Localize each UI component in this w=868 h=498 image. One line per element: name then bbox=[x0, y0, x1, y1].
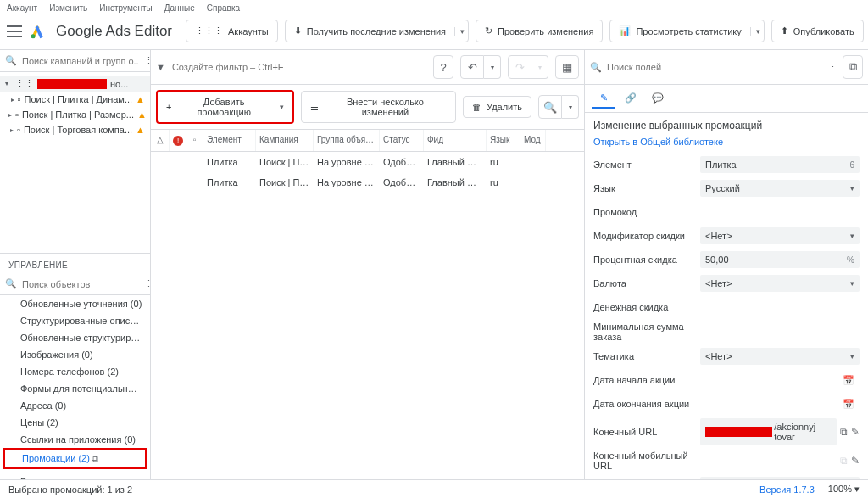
search-icon: 🔍 bbox=[590, 62, 602, 73]
objects-search-input[interactable] bbox=[22, 279, 139, 289]
table-row[interactable]: Плитка Поиск | Плит... На уровне ка... О… bbox=[151, 172, 584, 193]
val-percent[interactable]: 50,00% bbox=[700, 251, 860, 268]
campaign-row[interactable]: ▸ ▫ Поиск | Торговая компа... ▲ bbox=[0, 122, 150, 137]
val-money[interactable] bbox=[700, 304, 860, 311]
val-currency[interactable]: <Нет> bbox=[700, 275, 860, 292]
undo-button[interactable]: ↶ bbox=[460, 55, 484, 79]
mg-item[interactable]: Обновленные структурирова... bbox=[0, 329, 150, 346]
val-theme[interactable]: <Нет> bbox=[700, 348, 860, 365]
mg-item[interactable]: Изображения (0) bbox=[0, 346, 150, 363]
col-adgroup[interactable]: Группа объявл... bbox=[314, 130, 380, 151]
panel-title: Изменение выбранных промоакций bbox=[593, 120, 860, 131]
menu-help[interactable]: Справка bbox=[207, 3, 240, 13]
url-redacted bbox=[705, 427, 772, 437]
external-icon[interactable]: ⧉ bbox=[92, 453, 98, 463]
library-link[interactable]: Открыть в Общей библиотеке bbox=[593, 137, 723, 147]
version-link[interactable]: Версия 1.7.3 bbox=[760, 484, 815, 495]
get-changes-button[interactable]: ⬇Получить последние изменения▾ bbox=[285, 20, 469, 42]
redo-menu[interactable]: ▾ bbox=[531, 55, 548, 79]
mg-item[interactable]: Адреса (0) bbox=[0, 397, 150, 414]
campaign-row[interactable]: ▸ ▫ Поиск | Плитка | Динам... ▲ bbox=[0, 92, 150, 107]
edit-tab[interactable]: ✎ bbox=[592, 88, 615, 109]
menu-data[interactable]: Данные bbox=[164, 3, 195, 13]
val-end-date[interactable]: 📅 bbox=[700, 395, 860, 413]
search-tool-button[interactable]: 🔍 bbox=[538, 95, 562, 119]
col-lang[interactable]: Язык bbox=[487, 130, 520, 151]
undo-menu[interactable]: ▾ bbox=[484, 55, 501, 79]
val-element[interactable]: Плитка6 bbox=[700, 156, 860, 173]
lbl-discount-mod: Модификатор скидки bbox=[593, 231, 700, 241]
trash-icon: 🗑 bbox=[472, 102, 481, 112]
comment-tab[interactable]: 💬 bbox=[646, 88, 670, 109]
mg-item[interactable]: Номера телефонов (2) bbox=[0, 363, 150, 380]
col-status[interactable]: Статус bbox=[380, 130, 424, 151]
triangle-icon[interactable]: △ bbox=[157, 135, 164, 144]
col-campaign[interactable]: Кампания bbox=[256, 130, 314, 151]
error-icon: ! bbox=[173, 136, 183, 146]
calendar-icon[interactable]: 📅 bbox=[843, 375, 854, 386]
fields-search-input[interactable] bbox=[607, 62, 823, 72]
val-promo[interactable] bbox=[700, 209, 860, 215]
val-discount-mod[interactable]: <Нет> bbox=[700, 227, 860, 244]
help-icon[interactable]: ? bbox=[433, 55, 453, 79]
popout-icon[interactable]: ⧉ bbox=[843, 55, 863, 79]
mg-item-promo[interactable]: Промоакции (2)⧉ bbox=[3, 448, 147, 469]
redo-button[interactable]: ↷ bbox=[508, 55, 531, 79]
val-final-url[interactable]: /akcionnyj-tovar bbox=[700, 418, 837, 445]
hamburger-icon[interactable] bbox=[7, 25, 22, 37]
bulk-changes-button[interactable]: ☰Внести несколько изменений bbox=[301, 91, 456, 123]
lbl-promo: Промокод bbox=[593, 207, 700, 217]
val-min-order[interactable] bbox=[700, 328, 860, 335]
val-start-date[interactable]: 📅 bbox=[700, 372, 860, 389]
zoom-level[interactable]: 100% ▾ bbox=[828, 484, 860, 495]
col-mod[interactable]: Мод bbox=[520, 130, 546, 151]
expand-icon[interactable]: ▸ bbox=[8, 111, 12, 119]
mg-item[interactable]: Формы для потенциальных к... bbox=[0, 380, 150, 397]
mg-item[interactable]: Структурированные описани... bbox=[0, 312, 150, 329]
edit-icon[interactable]: ✎ bbox=[851, 455, 860, 467]
search-tool-menu[interactable]: ▾ bbox=[562, 95, 579, 119]
filter-input[interactable] bbox=[172, 62, 426, 72]
val-lang[interactable]: Русский bbox=[700, 180, 860, 197]
list-icon: ☰ bbox=[310, 102, 319, 113]
expand-icon[interactable]: ▾ bbox=[5, 80, 12, 87]
link-tab[interactable]: 🔗 bbox=[619, 88, 643, 109]
mg-item[interactable]: Обновленные промоакции (0) bbox=[0, 469, 150, 473]
check-changes-button[interactable]: ↻Проверить изменения bbox=[476, 20, 603, 42]
menu-account[interactable]: Аккаунт bbox=[7, 3, 37, 13]
plus-icon: + bbox=[166, 102, 171, 112]
account-row[interactable]: ▾ ⋮⋮ но... bbox=[0, 76, 150, 92]
campaign-row[interactable]: ▸ ▫ Поиск | Плитка | Размер... ▲ bbox=[0, 107, 150, 122]
google-ads-logo bbox=[29, 23, 46, 40]
publish-button[interactable]: ⬆Опубликовать bbox=[771, 20, 864, 42]
col-feed[interactable]: Фид bbox=[424, 130, 487, 151]
table-row[interactable]: Плитка Поиск | Плит... На уровне ка... О… bbox=[151, 152, 584, 172]
table-header: △ ! ▫ Элемент Кампания Группа объявл... … bbox=[151, 130, 584, 152]
lbl-percent: Процентная скидка bbox=[593, 255, 700, 265]
more-icon[interactable]: ⋮ bbox=[828, 62, 837, 73]
expand-icon[interactable]: ▸ bbox=[11, 96, 14, 104]
mg-item[interactable]: Ссылки на приложения (0) bbox=[0, 431, 150, 448]
account-name-redacted bbox=[37, 79, 107, 89]
lbl-element: Элемент bbox=[593, 159, 700, 170]
campaign-search-input[interactable] bbox=[22, 56, 139, 66]
menu-edit[interactable]: Изменить bbox=[49, 3, 87, 13]
delete-button[interactable]: 🗑Удалить bbox=[463, 96, 531, 118]
open-url-icon[interactable]: ⧉ bbox=[840, 426, 848, 438]
expand-icon[interactable]: ▸ bbox=[10, 126, 14, 134]
menu-tools[interactable]: Инструменты bbox=[99, 3, 152, 13]
view-stats-button[interactable]: 📊Просмотреть статистику▾ bbox=[609, 20, 764, 42]
mg-item[interactable]: Цены (2) bbox=[0, 414, 150, 431]
add-promo-button[interactable]: +Добавить промоакцию▾ bbox=[156, 90, 294, 124]
warning-icon: ▲ bbox=[136, 125, 145, 135]
lbl-theme: Тематика bbox=[593, 351, 700, 361]
calendar-icon[interactable]: 📅 bbox=[843, 399, 854, 410]
val-mobile-url[interactable] bbox=[700, 457, 837, 464]
edit-icon[interactable]: ✎ bbox=[851, 426, 860, 438]
mg-item[interactable]: Обновленные уточнения (0) bbox=[0, 295, 150, 312]
open-url-icon[interactable]: ⧉ bbox=[840, 455, 848, 467]
svg-point-0 bbox=[31, 34, 36, 38]
accounts-button[interactable]: ⋮⋮⋮Аккаунты bbox=[186, 20, 278, 42]
layout-button[interactable]: ▦ bbox=[555, 55, 579, 79]
col-element[interactable]: Элемент bbox=[203, 130, 256, 151]
